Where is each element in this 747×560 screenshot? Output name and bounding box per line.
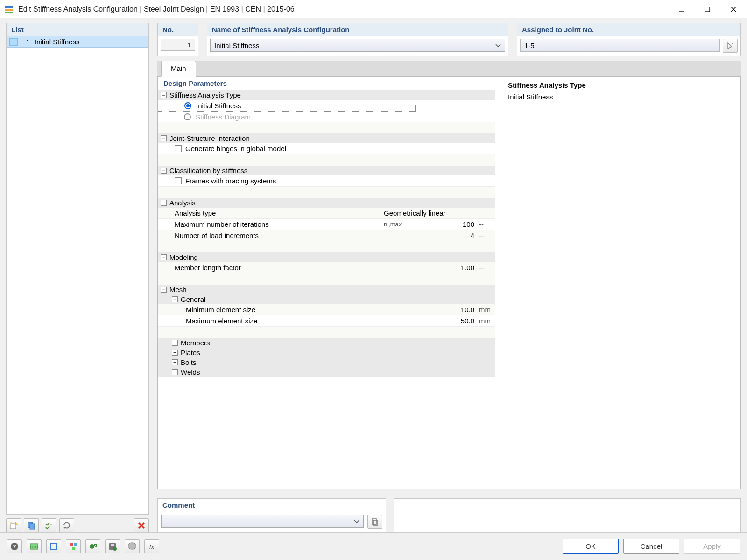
- export-button[interactable]: [85, 539, 100, 553]
- save-config-button[interactable]: [105, 539, 120, 553]
- info-text: Initial Stiffness: [508, 93, 735, 101]
- prop-member-length-factor[interactable]: Member length factor 1.00 --: [158, 262, 495, 273]
- svg-rect-11: [30, 524, 35, 529]
- section-stiffness-type[interactable]: − Stiffness Analysis Type: [158, 90, 495, 100]
- radio-icon: [184, 113, 191, 120]
- list-header: List: [7, 23, 148, 36]
- ok-button[interactable]: OK: [563, 539, 619, 554]
- select-joints-button[interactable]: [723, 39, 738, 53]
- section-mesh-general[interactable]: − General: [158, 294, 495, 304]
- prop-max-element-size[interactable]: Maximum element size 50.0 mm: [158, 315, 495, 327]
- section-analysis[interactable]: − Analysis: [158, 198, 495, 208]
- svg-rect-17: [372, 519, 376, 524]
- title-bar: Edit Stiffness Analysis Configuration | …: [0, 0, 747, 18]
- assigned-input[interactable]: 1-5: [520, 39, 720, 52]
- svg-rect-29: [111, 544, 114, 546]
- svg-rect-2: [5, 12, 13, 13]
- hierarchy-button[interactable]: [66, 539, 81, 553]
- expand-icon[interactable]: +: [172, 340, 178, 346]
- assigned-value: 1-5: [524, 42, 535, 49]
- database-button[interactable]: [125, 539, 140, 553]
- no-label: No.: [158, 23, 198, 36]
- preview-box: [394, 498, 741, 532]
- expand-icon[interactable]: +: [172, 369, 178, 375]
- refresh-button[interactable]: [59, 518, 74, 532]
- prop-max-iterations[interactable]: Maximum number of iterations ni,max 100 …: [158, 219, 495, 230]
- section-mesh-bolts[interactable]: + Bolts: [158, 357, 495, 367]
- design-parameters-title: Design Parameters: [158, 77, 495, 90]
- svg-rect-1: [5, 9, 13, 11]
- name-value: Initial Stiffness: [214, 42, 259, 49]
- check-options-button[interactable]: [42, 518, 56, 532]
- tab-main[interactable]: Main: [161, 61, 196, 77]
- collapse-icon[interactable]: −: [161, 254, 167, 260]
- apply-button: Apply: [684, 539, 740, 554]
- collapse-icon[interactable]: −: [161, 200, 167, 206]
- section-mesh-plates[interactable]: + Plates: [158, 348, 495, 357]
- radio-stiffness-diagram: Stiffness Diagram: [158, 112, 495, 122]
- minimize-button[interactable]: [668, 0, 694, 18]
- no-input[interactable]: [161, 39, 195, 51]
- svg-point-9: [10, 522, 12, 524]
- expand-icon[interactable]: +: [172, 359, 178, 365]
- svg-rect-26: [72, 547, 75, 550]
- app-icon: [4, 5, 14, 14]
- section-mesh-members[interactable]: + Members: [158, 338, 495, 348]
- window-title: Edit Stiffness Analysis Configuration | …: [18, 5, 668, 14]
- svg-rect-25: [74, 543, 77, 546]
- prop-load-increments[interactable]: Number of load increments 4 --: [158, 230, 495, 241]
- expand-icon[interactable]: +: [172, 350, 178, 356]
- svg-rect-18: [374, 520, 378, 525]
- config-list: List 1 Initial Stiffness: [6, 23, 149, 515]
- delete-item-button[interactable]: [134, 518, 149, 532]
- color-swatch-icon: [9, 38, 18, 46]
- name-label: Name of Stiffness Analysis Configuration: [207, 23, 508, 36]
- svg-text:?: ?: [13, 544, 16, 549]
- chevron-down-icon: [494, 42, 502, 49]
- section-joint-structure[interactable]: − Joint-Structure Interaction: [158, 133, 495, 143]
- section-modeling[interactable]: − Modeling: [158, 252, 495, 262]
- radio-initial-stiffness[interactable]: Initial Stiffness: [158, 100, 416, 112]
- units-button[interactable]: 0,00: [27, 539, 42, 553]
- duplicate-item-button[interactable]: [24, 518, 39, 532]
- close-button[interactable]: [720, 0, 747, 18]
- svg-text:fx: fx: [149, 543, 155, 550]
- svg-rect-24: [70, 543, 73, 546]
- formula-button[interactable]: fx: [144, 539, 159, 553]
- svg-rect-23: [50, 543, 57, 550]
- list-item[interactable]: 1 Initial Stiffness: [7, 36, 148, 48]
- new-item-button[interactable]: [6, 518, 21, 532]
- svg-marker-8: [15, 522, 18, 524]
- collapse-icon[interactable]: −: [172, 296, 178, 302]
- collapse-icon[interactable]: −: [161, 135, 167, 141]
- box-view-button[interactable]: [46, 539, 61, 553]
- checkbox-generate-hinges[interactable]: [175, 145, 182, 152]
- help-button[interactable]: ?: [7, 539, 22, 553]
- collapse-icon[interactable]: −: [161, 287, 167, 293]
- list-item-name: Initial Stiffness: [35, 38, 79, 46]
- radio-icon: [184, 102, 191, 109]
- section-classification[interactable]: − Classification by stiffness: [158, 166, 495, 175]
- section-mesh[interactable]: − Mesh: [158, 285, 495, 294]
- checkbox-frames-bracing[interactable]: [175, 177, 182, 184]
- prop-analysis-type[interactable]: Analysis type Geometrically linear: [158, 208, 495, 219]
- section-mesh-welds[interactable]: + Welds: [158, 367, 495, 377]
- collapse-icon[interactable]: −: [161, 92, 167, 98]
- cancel-button[interactable]: Cancel: [623, 539, 679, 554]
- svg-rect-0: [5, 6, 13, 8]
- svg-text:0,00: 0,00: [30, 545, 38, 549]
- comment-label: Comment: [158, 499, 386, 511]
- maximize-button[interactable]: [694, 0, 720, 18]
- svg-point-30: [113, 547, 117, 551]
- info-title: Stiffness Analysis Type: [508, 81, 735, 89]
- comment-combo[interactable]: [161, 515, 364, 528]
- chevron-down-icon: [353, 518, 360, 525]
- comment-copy-button[interactable]: [367, 515, 382, 529]
- svg-rect-4: [705, 7, 710, 12]
- collapse-icon[interactable]: −: [161, 168, 167, 174]
- list-item-no: 1: [22, 38, 30, 46]
- name-combo[interactable]: Initial Stiffness: [210, 39, 505, 52]
- assigned-label: Assigned to Joint No.: [517, 23, 740, 36]
- prop-min-element-size[interactable]: Minimum element size 10.0 mm: [158, 304, 495, 315]
